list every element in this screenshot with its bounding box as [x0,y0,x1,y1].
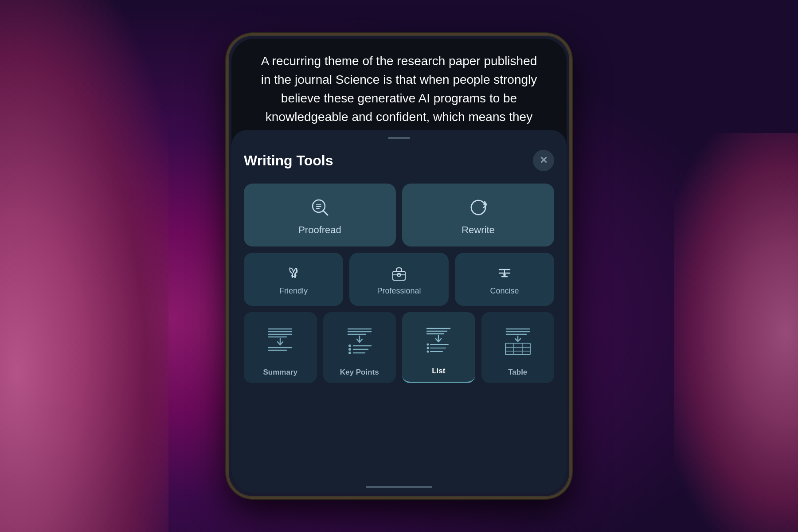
row-proofread-rewrite: Proofread [244,184,554,246]
concise-icon [496,264,513,282]
svg-point-29 [348,352,351,354]
phone-frame: A recurring theme of the research paper … [226,33,572,499]
key-points-icon [341,318,378,364]
svg-point-40 [427,350,429,352]
svg-point-27 [348,348,351,351]
writing-tools-modal: Writing Tools ✕ [231,130,567,493]
row-format: Summary [244,312,554,383]
phone-screen: A recurring theme of the research paper … [231,39,567,493]
proofread-button[interactable]: Proofread [244,184,396,246]
friendly-button[interactable]: Friendly [244,253,343,306]
svg-point-38 [427,347,429,349]
professional-label: Professional [377,286,421,296]
hand-left-decoration [0,0,168,532]
list-label: List [432,362,445,382]
svg-point-36 [427,343,429,345]
friendly-label: Friendly [279,286,308,296]
professional-button[interactable]: Professional [349,253,449,306]
close-button[interactable]: ✕ [533,150,554,171]
rewrite-button[interactable]: Rewrite [402,184,554,246]
svg-rect-45 [505,343,530,355]
table-icon [499,318,536,364]
modal-title: Writing Tools [244,153,333,169]
table-button[interactable]: Table [481,312,555,383]
home-indicator [366,486,432,488]
rewrite-icon [467,196,490,219]
summary-icon [262,318,299,364]
concise-button[interactable]: Concise [455,253,554,306]
summary-button[interactable]: Summary [244,312,317,383]
key-points-button[interactable]: Key Points [323,312,396,383]
rewrite-label: Rewrite [462,224,495,236]
hand-right-decoration [674,133,798,532]
summary-label: Summary [263,364,297,383]
concise-label: Concise [490,286,519,296]
friendly-icon [285,264,302,282]
professional-icon [390,264,408,282]
tools-grid: Proofread [244,184,554,383]
svg-line-4 [323,211,328,215]
list-button[interactable]: List [402,312,475,383]
row-tone: Friendly Professional [244,253,554,306]
svg-point-25 [348,344,351,347]
table-label: Table [508,364,527,383]
proofread-label: Proofread [298,224,341,236]
key-points-label: Key Points [340,364,379,383]
list-icon [420,318,457,362]
proofread-icon [309,196,332,219]
drag-handle[interactable] [388,137,410,139]
modal-header: Writing Tools ✕ [244,150,554,171]
